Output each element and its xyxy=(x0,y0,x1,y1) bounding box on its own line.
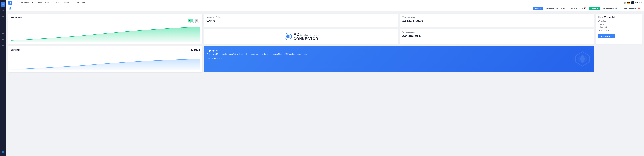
sidebar: ⌂ ◆ ▦ ⬡ T ••• ⬟ ⊞ ••• 👤 xyxy=(0,0,6,156)
neukunden-card: Neukunden 6443 0 Conversions Calls xyxy=(8,14,202,44)
sidebar-user[interactable]: 👤 xyxy=(1,150,5,154)
chart-badges: 6443 0 xyxy=(188,19,200,22)
ad-tagline: technology made simple xyxy=(300,34,319,36)
sidebar-tag[interactable]: ⬡ xyxy=(1,20,5,24)
support-button[interactable]: Support xyxy=(532,7,543,10)
brand-icon: T xyxy=(631,2,634,4)
conversions-badge: 6443 xyxy=(188,19,194,22)
werbeausgaben-card: Werbeausgaben 234.356,60 € xyxy=(400,29,594,44)
nav-adwizard[interactable]: AdWizard xyxy=(19,1,30,4)
conversion-card: Conversion Wert 1.682.764,62 € xyxy=(400,14,594,27)
sidebar-layers[interactable]: ⊞ xyxy=(1,43,5,48)
neukunden-chart xyxy=(11,24,200,42)
sidebar-text[interactable]: T xyxy=(1,26,5,30)
top-navigation: KI AdWizard PostWizard Editor Text KI Go… xyxy=(6,0,644,6)
upgrade-button[interactable]: Upgrade xyxy=(589,7,600,10)
sidebar-more2[interactable]: ••• xyxy=(1,144,5,148)
nav-textki[interactable]: Text KI xyxy=(52,1,61,4)
date-range-button[interactable]: Jan. 01 – Okt. 02 📅 xyxy=(568,6,588,10)
besucher-header: Besucher 535028 xyxy=(11,48,200,52)
adconnector-card: AD technology made simple CONNECTOR xyxy=(204,29,398,44)
dashboard-content: Neukunden 6443 0 Conversions Calls xyxy=(6,11,644,156)
werbe-title: Werbeausgaben xyxy=(402,31,592,33)
adconnector-text: AD technology made simple CONNECTOR xyxy=(294,32,319,41)
besucher-title: Besucher xyxy=(11,49,20,51)
neues-mitglied-button[interactable]: Neues Mitglied 👤 xyxy=(601,6,619,10)
conversion-value: 1.682.764,62 € xyxy=(402,19,592,22)
nav-googleads[interactable]: Google Ads xyxy=(62,1,74,4)
subnav-logo xyxy=(8,6,12,10)
werbeplatz-card: Dein Werbeplatz Wir platzieren deine Mar… xyxy=(596,14,642,44)
besucher-card: Besucher 535028 xyxy=(8,46,202,72)
tipp-desc: Empfehle AdConnector in deinem Netzwerk … xyxy=(207,53,476,56)
nav-editor[interactable]: Editor xyxy=(44,1,52,4)
neue-funktion-button[interactable]: Neue Funktion wünschen xyxy=(544,6,567,10)
besucher-chart xyxy=(11,53,200,70)
brand-logo: T TARIGS xyxy=(631,2,642,4)
sidebar-more1[interactable]: ••• xyxy=(1,31,5,36)
kosten-value: 0,44 € xyxy=(206,19,396,22)
tipp-link[interactable]: Jetzt profitieren! xyxy=(207,57,222,59)
user-icon: 👤 xyxy=(615,8,617,10)
kosten-title: Kosten pro Anfrage xyxy=(206,16,396,18)
nav-postwizard[interactable]: PostWizard xyxy=(31,1,43,4)
love-adconnector-button[interactable]: Love AdConnector? ❤️ xyxy=(620,6,642,10)
chart-header: 6443 0 Conversions Calls xyxy=(11,19,200,23)
connector-label: CONNECTOR xyxy=(294,37,319,41)
tipp-title: Tippgeber xyxy=(207,49,591,52)
adconnector-logo: AD technology made simple CONNECTOR xyxy=(284,32,319,41)
sidebar-diamond[interactable]: ◆ xyxy=(1,8,5,13)
app-logo xyxy=(8,1,12,5)
ad-label: AD xyxy=(294,32,299,37)
flag-grid-icon[interactable]: ⊞ xyxy=(624,1,626,4)
topnav-right: ⊞ 🇩🇪 T TARIGS xyxy=(624,1,642,4)
calendar-icon: 📅 xyxy=(584,8,586,10)
sidebar-puzzle[interactable]: ⬟ xyxy=(1,37,5,42)
nav-ki[interactable]: KI xyxy=(14,1,19,4)
svg-marker-0 xyxy=(10,2,11,4)
demnachst-button[interactable]: DEMNÄCHST xyxy=(598,34,615,38)
werbeplatz-title: Dein Werbeplatz xyxy=(598,16,640,18)
werbeplatz-desc: Wir platzieren deine Marke, du bewegst d… xyxy=(598,20,640,32)
neukunden-title: Neukunden xyxy=(11,16,200,18)
sub-navigation: Support Neue Funktion wünschen Jan. 01 –… xyxy=(6,6,644,11)
tippgeber-card: Tippgeber Empfehle AdConnector in deinem… xyxy=(204,46,594,72)
tipp-bg-icon xyxy=(574,50,591,68)
besucher-value: 535028 xyxy=(190,48,200,52)
subnav-right: Support Neue Funktion wünschen Jan. 01 –… xyxy=(532,6,642,10)
werbe-value: 234.356,60 € xyxy=(402,34,592,38)
calls-badge: 0 xyxy=(195,19,198,22)
main-content: KI AdWizard PostWizard Editor Text KI Go… xyxy=(6,0,644,156)
flag-de[interactable]: 🇩🇪 xyxy=(627,1,630,4)
heart-icon: ❤️ xyxy=(638,8,640,10)
sidebar-home[interactable]: ⌂ xyxy=(1,2,5,6)
badge-labels: Conversions Calls xyxy=(188,22,200,23)
nav-clicktrust[interactable]: Click Trust xyxy=(74,1,86,4)
kosten-card: Kosten pro Anfrage 0,44 € xyxy=(204,14,398,27)
sidebar-chart[interactable]: ▦ xyxy=(1,14,5,19)
conversion-title: Conversion Wert xyxy=(402,16,592,18)
chart-badges-area: 6443 0 Conversions Calls xyxy=(188,19,200,23)
adconnector-icon xyxy=(284,32,292,41)
